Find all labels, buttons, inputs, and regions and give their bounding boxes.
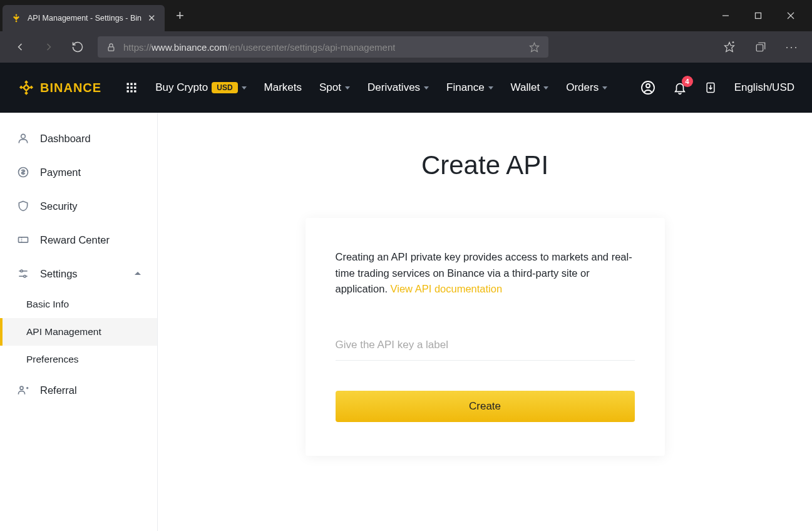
svg-rect-16 (127, 90, 129, 92)
create-api-card: Creating an API private key provides acc… (306, 218, 665, 456)
minimize-button[interactable] (712, 6, 739, 26)
page-title: Create API (421, 150, 548, 180)
main-content: Create API Creating an API private key p… (158, 113, 812, 531)
nav-spot[interactable]: Spot (319, 81, 350, 94)
url-text: https://www.binance.com/en/usercenter/se… (123, 42, 395, 53)
user-icon (16, 132, 30, 145)
sliders-icon (16, 267, 30, 280)
svg-rect-11 (130, 83, 132, 85)
svg-rect-25 (19, 237, 28, 242)
sidebar-item-referral[interactable]: Referral (0, 373, 157, 407)
tab-close-icon[interactable]: ✕ (148, 13, 156, 24)
nav-finance[interactable]: Finance (446, 81, 493, 94)
chevron-down-icon (543, 86, 548, 90)
sidebar: Dashboard Payment Security Reward Center… (0, 113, 158, 531)
sidebar-item-security[interactable]: Security (0, 189, 157, 223)
refresh-button[interactable] (69, 38, 86, 56)
svg-marker-5 (530, 43, 538, 51)
create-button[interactable]: Create (336, 391, 635, 422)
binance-logo-icon (18, 79, 35, 96)
collections-icon[interactable] (752, 38, 769, 56)
svg-marker-6 (725, 43, 734, 52)
url-input[interactable]: https://www.binance.com/en/usercenter/se… (98, 36, 548, 58)
notifications-icon[interactable]: 4 (673, 81, 687, 95)
svg-rect-9 (756, 44, 763, 51)
api-doc-link[interactable]: View API documentation (391, 283, 503, 294)
tab-favicon (11, 13, 21, 23)
svg-rect-1 (756, 13, 761, 19)
svg-point-28 (21, 270, 23, 272)
download-icon[interactable] (704, 81, 717, 94)
shield-icon (16, 200, 30, 212)
ticket-icon (16, 234, 30, 246)
forward-button[interactable] (40, 38, 58, 56)
nav-wallet[interactable]: Wallet (511, 81, 549, 94)
svg-point-32 (20, 386, 23, 389)
api-label-input[interactable] (336, 333, 635, 361)
page-body: Dashboard Payment Security Reward Center… (0, 113, 812, 531)
account-icon[interactable] (640, 80, 655, 95)
sidebar-item-settings[interactable]: Settings (0, 257, 157, 291)
chevron-up-icon (135, 271, 141, 277)
svg-rect-18 (134, 90, 136, 92)
maximize-button[interactable] (744, 6, 772, 26)
window-controls (712, 6, 812, 26)
chevron-down-icon (345, 86, 350, 90)
chevron-down-icon (488, 86, 493, 90)
card-description: Creating an API private key provides acc… (336, 249, 635, 297)
dollar-icon (16, 166, 30, 178)
nav-markets[interactable]: Markets (264, 81, 302, 94)
chevron-down-icon (242, 86, 247, 90)
sidebar-item-dashboard[interactable]: Dashboard (0, 121, 157, 155)
nav-buy-crypto[interactable]: Buy CryptoUSD (155, 81, 246, 94)
svg-rect-10 (127, 83, 129, 85)
back-button[interactable] (11, 38, 29, 56)
menu-icon[interactable]: ··· (783, 38, 801, 56)
sidebar-sub-preferences[interactable]: Preferences (0, 346, 157, 373)
browser-tab[interactable]: API Management - Settings - Bin ✕ (3, 5, 165, 31)
svg-rect-17 (130, 90, 132, 92)
binance-logo[interactable]: BINANCE (18, 79, 101, 96)
usd-badge: USD (212, 82, 237, 93)
nav-locale[interactable]: English/USD (734, 81, 794, 94)
sidebar-sub-basic-info[interactable]: Basic Info (0, 291, 157, 318)
svg-rect-14 (130, 86, 132, 88)
sidebar-item-payment[interactable]: Payment (0, 155, 157, 189)
apps-grid-icon[interactable] (125, 81, 138, 94)
svg-rect-4 (108, 46, 114, 50)
svg-rect-13 (127, 86, 129, 88)
referral-icon (16, 384, 30, 396)
browser-titlebar: API Management - Settings - Bin ✕ + (0, 0, 812, 31)
chevron-down-icon (424, 86, 429, 90)
nav-derivatives[interactable]: Derivatives (367, 81, 429, 94)
browser-address-bar: https://www.binance.com/en/usercenter/se… (0, 31, 812, 63)
sidebar-item-reward[interactable]: Reward Center (0, 223, 157, 257)
svg-point-23 (21, 134, 26, 138)
favorite-star-icon[interactable] (529, 42, 540, 53)
nav-orders[interactable]: Orders (566, 81, 607, 94)
brand-text: BINANCE (40, 81, 101, 95)
lock-icon (106, 43, 116, 52)
svg-marker-31 (135, 272, 141, 275)
svg-point-30 (24, 276, 26, 277)
svg-rect-12 (134, 83, 136, 85)
svg-rect-15 (134, 86, 136, 88)
site-header: BINANCE Buy CryptoUSD Markets Spot Deriv… (0, 63, 812, 113)
tab-title: API Management - Settings - Bin (28, 14, 141, 23)
close-window-button[interactable] (777, 6, 804, 26)
favorites-icon[interactable] (721, 38, 738, 56)
notification-badge: 4 (682, 76, 693, 87)
svg-point-20 (646, 84, 650, 88)
chevron-down-icon (602, 86, 607, 90)
new-tab-button[interactable]: + (176, 8, 184, 24)
sidebar-sub-api-management[interactable]: API Management (0, 318, 157, 346)
